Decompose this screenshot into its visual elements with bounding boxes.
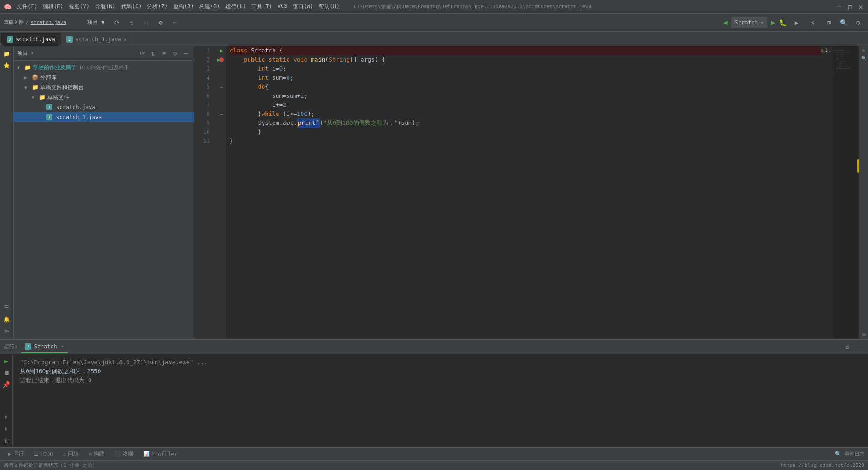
scrollbar-thumb[interactable]	[857, 159, 859, 173]
debug-button[interactable]: 🐛	[779, 19, 787, 26]
code-line-4[interactable]: int sum=0;	[230, 73, 821, 82]
menu-bar[interactable]: 文件(F) 编辑(E) 视图(V) 导航(N) 代码(C) 分析(Z) 重构(R…	[17, 3, 340, 10]
tree-item-project-root[interactable]: ▼ 📁 学校的作业及稿子 D:\学校的作业及稿子	[14, 62, 194, 72]
code-line-9[interactable]: System.out.printf("从0到100的偶数之和为，"+sum);	[230, 119, 821, 128]
search-everywhere-icon[interactable]: 🔍	[837, 16, 850, 29]
code-line-6[interactable]: sum=sum+i;	[230, 91, 821, 100]
var-i: i=	[272, 64, 279, 73]
minimize-button[interactable]: ─	[835, 3, 843, 10]
sync-icon[interactable]: ⟳	[111, 16, 123, 29]
fold-5[interactable]: ━	[217, 82, 226, 91]
tree-item-scratch-java[interactable]: J scratch.java	[14, 102, 194, 112]
run-settings-icon[interactable]: ⚙	[843, 342, 853, 352]
menu-refactor[interactable]: 重构(R)	[173, 3, 194, 10]
run-with-coverage-icon[interactable]: ▶	[790, 16, 803, 29]
tree-item-scratches-folder[interactable]: ▼ 📁 草稿文件和控制台	[14, 82, 194, 92]
run-minimize-icon[interactable]: ─	[854, 342, 864, 352]
menu-view[interactable]: 视图(V)	[69, 3, 90, 10]
btab-problems[interactable]: ⚠ 问题	[59, 449, 84, 460]
right-panel-btn2[interactable]: 🔍	[861, 56, 867, 61]
code-line-1[interactable]: class Scratch {	[230, 46, 821, 55]
window-controls[interactable]: ─ □ ✕	[835, 3, 864, 10]
code-line-3[interactable]: int i=0;	[230, 64, 821, 73]
menu-vcs[interactable]: VCS	[278, 3, 288, 10]
scroll-up-icon[interactable]: ⬆	[1, 412, 11, 422]
run-tab-close[interactable]: ✕	[61, 344, 64, 349]
menu-edit[interactable]: 编辑(E)	[43, 3, 64, 10]
run-arrow-1[interactable]: ▶	[220, 47, 223, 54]
stop-button[interactable]: ⏹	[1, 368, 11, 378]
btab-build[interactable]: ⚙ 构建	[84, 449, 109, 460]
tree-sync-icon[interactable]: ⟳	[138, 49, 147, 58]
btab-todo[interactable]: ☰ TODO	[29, 449, 58, 460]
close-panel-icon[interactable]: ─	[169, 16, 181, 29]
code-line-7[interactable]: i+=2;	[230, 100, 821, 109]
menu-build[interactable]: 构建(B)	[199, 3, 220, 10]
scroll-down-icon[interactable]: ⬇	[1, 424, 11, 434]
tab-close-button[interactable]: ✕	[124, 37, 127, 42]
maximize-button[interactable]: □	[846, 3, 854, 10]
nav-back-icon[interactable]: ◀	[723, 18, 728, 27]
btab-terminal[interactable]: ⬛ 终端	[110, 449, 138, 460]
run-button[interactable]: ▶	[771, 18, 775, 27]
menu-tools[interactable]: 工具(T)	[251, 3, 272, 10]
code-line-5[interactable]: do{	[230, 82, 821, 91]
menu-code[interactable]: 代码(C)	[121, 3, 142, 10]
code-line-2[interactable]: public static void main(String[] args) {	[230, 55, 821, 64]
run-configuration[interactable]: Scratch ▾	[731, 17, 768, 28]
run-tab-scratch[interactable]: J Scratch ✕	[21, 341, 68, 353]
menu-help[interactable]: 帮助(H)	[319, 3, 340, 10]
menu-run[interactable]: 运行(U)	[226, 3, 246, 10]
vcs-icon[interactable]: ⊞	[823, 16, 835, 29]
settings-gear-icon[interactable]: ⚙	[852, 16, 864, 29]
tree-collapse-icon[interactable]: ≡	[160, 49, 169, 58]
fold-icon-5[interactable]: ━	[220, 85, 223, 90]
right-panel-btn3[interactable]: ≫	[862, 332, 866, 337]
event-log-link[interactable]: 🔍 事件日志	[835, 451, 864, 457]
menu-nav[interactable]: 导航(N)	[95, 3, 116, 10]
warning-chevron[interactable]: ⌄	[829, 47, 831, 52]
sidebar-notifications-icon[interactable]: 🔔	[1, 313, 13, 325]
close-button[interactable]: ✕	[857, 3, 864, 10]
sidebar-more-icon[interactable]: ≫	[1, 325, 13, 337]
code-line-11[interactable]: }	[230, 137, 821, 146]
run-line-1[interactable]: ▶	[217, 46, 226, 55]
fold-8[interactable]: ━	[217, 109, 226, 119]
code-line-10[interactable]: }	[230, 128, 821, 137]
sidebar-structure-icon[interactable]: ☰	[1, 302, 13, 313]
status-link[interactable]: https://blog.csdn.net/du2020	[781, 462, 864, 468]
clear-output-icon[interactable]: 🗑	[1, 436, 11, 446]
right-panel-btn1[interactable]: ⚙	[862, 48, 865, 53]
tree-item-external-libs[interactable]: ▶ 📦 外部库	[14, 72, 194, 82]
sidebar-favorites-icon[interactable]: ⭐	[1, 60, 13, 71]
profile-icon[interactable]: ⚡	[807, 16, 819, 29]
tab-scratch-java[interactable]: J scratch.java	[1, 33, 61, 46]
btab-run[interactable]: ▶ 运行	[4, 449, 28, 460]
settings-icon[interactable]: ⚙	[154, 16, 167, 29]
editor-content[interactable]: 1 2 3 4 5 6 7 8 9 10 11 ▶ ▶	[194, 46, 859, 339]
run-arrow-2[interactable]: ▶	[217, 57, 220, 63]
tree-dropdown-icon[interactable]: ▾	[31, 51, 33, 56]
collapse-all-icon[interactable]: ≡	[140, 16, 152, 29]
project-dropdown[interactable]: 项目 ▼	[87, 19, 104, 26]
menu-window[interactable]: 窗口(W)	[293, 3, 314, 10]
fold-icon-8[interactable]: ━	[220, 112, 223, 117]
tree-settings-icon[interactable]: ⚙	[170, 49, 179, 58]
tab-scratch1-java[interactable]: J scratch_1.java ✕	[61, 33, 132, 46]
tree-item-scratch1-java[interactable]: J scratch_1.java	[14, 112, 194, 122]
pin-button[interactable]: 📌	[1, 380, 11, 389]
rerun-button[interactable]: ▶	[1, 356, 11, 366]
tree-expand-icon[interactable]: ⇅	[149, 49, 158, 58]
run-line-2[interactable]: ▶	[217, 55, 226, 64]
code-editor[interactable]: class Scratch { public static void main(…	[226, 46, 825, 339]
btab-profiler[interactable]: 📊 Profiler	[139, 449, 182, 460]
sidebar-project-icon[interactable]: 📁	[1, 48, 13, 60]
expand-all-icon[interactable]: ⇅	[125, 16, 138, 29]
menu-analyze[interactable]: 分析(Z)	[147, 3, 168, 10]
tree-close-icon[interactable]: ─	[181, 49, 190, 58]
breadcrumb-file[interactable]: scratch.java	[30, 19, 66, 25]
menu-file[interactable]: 文件(F)	[17, 3, 38, 10]
code-line-8[interactable]: }while (i<=100);	[230, 109, 821, 119]
tree-item-scratch-files[interactable]: ▼ 📁 草稿文件	[14, 92, 194, 102]
project-dropdown-label[interactable]: 项目 ▼	[87, 19, 104, 26]
